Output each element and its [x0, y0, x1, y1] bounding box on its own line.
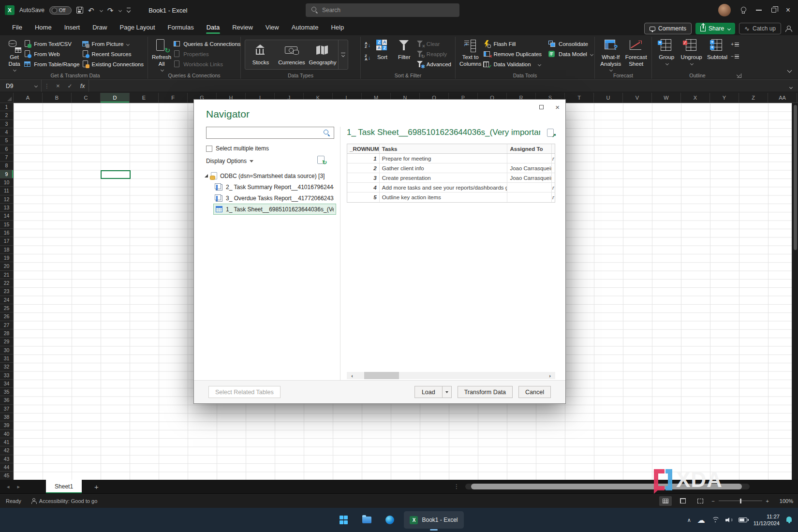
what-if-analysis-button[interactable]: What-If Analysis — [599, 38, 622, 71]
name-box[interactable]: D9 — [0, 80, 42, 92]
tab-review[interactable]: Review — [226, 21, 259, 35]
load-options-button[interactable] — [442, 386, 452, 398]
dialog-close-button[interactable]: × — [555, 103, 560, 111]
sheet-tab-sheet1[interactable]: Sheet1 — [46, 480, 82, 493]
tab-view[interactable]: View — [259, 21, 285, 35]
row-header-5[interactable]: 5 — [0, 136, 13, 145]
tree-item[interactable]: 2_ Task Summary Report__410167962444173.… — [213, 181, 336, 192]
taskbar-excel-button[interactable]: X Book1 - Excel — [404, 511, 463, 529]
row-header-18[interactable]: 18 — [0, 246, 13, 254]
row-header-34[interactable]: 34 — [0, 380, 13, 388]
row-header-8[interactable]: 8 — [0, 162, 13, 170]
row-header-45[interactable]: 45 — [0, 472, 13, 480]
row-header-39[interactable]: 39 — [0, 421, 13, 429]
hide-detail-button[interactable]: − — [731, 54, 739, 59]
sort-ascending-button[interactable]: AZ↓ — [365, 42, 370, 48]
row-header-40[interactable]: 40 — [0, 430, 13, 438]
zoom-slider-thumb[interactable] — [740, 499, 742, 503]
select-all-corner[interactable] — [0, 93, 14, 103]
load-button[interactable]: Load — [414, 386, 442, 398]
restore-button[interactable] — [771, 8, 776, 13]
select-multiple-checkbox[interactable] — [206, 146, 212, 152]
sheet-next-icon[interactable]: ▸ — [17, 484, 20, 490]
sort-descending-button[interactable]: ZA↓ — [365, 54, 370, 61]
sort-button[interactable]: ZAAZ Sort — [372, 38, 392, 61]
row-header-42[interactable]: 42 — [0, 446, 13, 455]
taskbar-clock[interactable]: 11:27 11/12/2024 — [754, 513, 780, 527]
data-model-button[interactable]: Data Model — [548, 50, 593, 58]
row-header-14[interactable]: 14 — [0, 212, 13, 220]
tray-chevron-icon[interactable]: ∧ — [687, 517, 691, 523]
filter-button[interactable]: Filter — [394, 38, 414, 61]
refresh-all-button[interactable]: ↻ Refresh All — [152, 38, 171, 71]
navigator-search-input[interactable] — [206, 127, 334, 139]
geography-button[interactable]: Geography — [307, 40, 338, 69]
new-sheet-button[interactable]: + — [94, 483, 99, 491]
show-detail-button[interactable]: + — [731, 42, 739, 47]
column-header-Z[interactable]: Z — [739, 93, 768, 103]
preview-scroll-left-icon[interactable]: ‹ — [347, 373, 357, 379]
search-box[interactable]: Search — [306, 3, 459, 17]
row-header-4[interactable]: 4 — [0, 128, 13, 136]
row-header-16[interactable]: 16 — [0, 229, 13, 237]
row-header-38[interactable]: 38 — [0, 413, 13, 421]
stocks-button[interactable]: Stocks — [245, 40, 276, 69]
page-layout-view-button[interactable] — [677, 496, 689, 506]
close-button[interactable]: × — [786, 6, 790, 14]
row-header-31[interactable]: 31 — [0, 355, 13, 363]
comments-button[interactable]: Comments — [644, 23, 692, 34]
row-header-9[interactable]: 9 — [0, 170, 13, 178]
collapse-ribbon-button[interactable] — [788, 65, 791, 74]
row-header-15[interactable]: 15 — [0, 221, 13, 229]
row-header-27[interactable]: 27 — [0, 321, 13, 329]
outline-dialog-launcher-icon[interactable] — [737, 74, 741, 78]
display-options-dropdown[interactable]: Display Options — [206, 158, 253, 164]
onedrive-icon[interactable]: ☁ — [697, 516, 705, 525]
confirm-entry-icon[interactable]: ✓ — [64, 83, 76, 89]
cancel-button[interactable]: Cancel — [518, 386, 551, 398]
row-header-19[interactable]: 19 — [0, 254, 13, 262]
recent-sources-button[interactable]: Recent Sources — [82, 50, 144, 58]
row-header-43[interactable]: 43 — [0, 455, 13, 463]
zoom-out-icon[interactable]: − — [711, 498, 714, 504]
tab-draw[interactable]: Draw — [86, 21, 113, 35]
column-header-D[interactable]: D — [101, 93, 130, 103]
column-header-C[interactable]: C — [72, 93, 101, 103]
column-header-U[interactable]: U — [594, 93, 623, 103]
row-header-32[interactable]: 32 — [0, 363, 13, 371]
select-multiple-items-row[interactable]: Select multiple items — [206, 145, 269, 152]
lightbulb-icon[interactable] — [740, 7, 746, 14]
tab-page-layout[interactable]: Page Layout — [114, 21, 162, 35]
notifications-bell-icon[interactable] — [786, 517, 792, 523]
select-related-tables-button[interactable]: Select Related Tables — [208, 386, 281, 398]
row-header-24[interactable]: 24 — [0, 296, 13, 304]
sheetbar-dots-icon[interactable]: ⋮ — [454, 483, 459, 490]
row-header-11[interactable]: 11 — [0, 187, 13, 195]
zoom-slider[interactable]: − + — [711, 498, 769, 504]
from-web-button[interactable]: From Web — [24, 50, 79, 58]
existing-connections-button[interactable]: Existing Connections — [82, 60, 144, 68]
from-text-csv-button[interactable]: From Text/CSV — [24, 40, 79, 48]
cancel-entry-icon[interactable]: × — [52, 82, 64, 89]
row-header-28[interactable]: 28 — [0, 329, 13, 338]
sheet-prev-icon[interactable]: ◂ — [7, 484, 10, 490]
row-header-13[interactable]: 13 — [0, 204, 13, 212]
consolidate-button[interactable]: Consolidate — [548, 40, 593, 48]
battery-icon[interactable] — [739, 517, 747, 522]
expand-formula-bar-icon[interactable] — [790, 82, 798, 90]
column-header-Y[interactable]: Y — [710, 93, 739, 103]
file-explorer-button[interactable] — [357, 511, 376, 529]
quick-access-customize-icon[interactable] — [126, 8, 131, 13]
group-button[interactable]: + Group — [656, 38, 678, 65]
tab-help[interactable]: Help — [325, 21, 350, 35]
zoom-level[interactable]: 100% — [774, 498, 793, 504]
row-header-30[interactable]: 30 — [0, 346, 13, 355]
gallery-more-button[interactable] — [338, 40, 348, 69]
tab-file[interactable]: File — [6, 21, 29, 35]
volume-icon[interactable] — [725, 517, 732, 523]
from-table-range-button[interactable]: From Table/Range — [24, 60, 79, 68]
expand-collapse-icon[interactable] — [205, 174, 208, 177]
column-header-V[interactable]: V — [623, 93, 652, 103]
row-header-36[interactable]: 36 — [0, 396, 13, 404]
refresh-preview-icon[interactable] — [317, 156, 325, 164]
